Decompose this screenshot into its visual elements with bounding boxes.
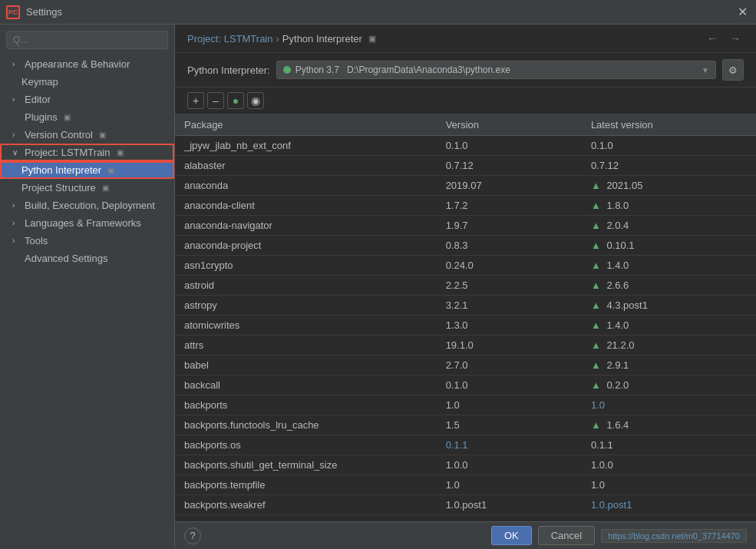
table-row: attrs19.1.0▲ 21.2.0 <box>175 336 756 356</box>
sidebar-item-tools[interactable]: › Tools <box>0 232 174 250</box>
breadcrumb-path: Project: LSTMTrain › Python Interpreter … <box>187 33 376 45</box>
cell-version: 19.1.0 <box>437 336 582 356</box>
table-row: anaconda-client1.7.2▲ 1.8.0 <box>175 196 756 216</box>
cell-package: anaconda-project <box>175 236 437 256</box>
gear-button[interactable]: ⚙ <box>722 59 744 81</box>
remove-package-button[interactable]: – <box>207 92 224 109</box>
packages-table: Package Version Latest version _jpyw_jla… <box>175 114 756 521</box>
cell-latest: 1.0 <box>582 475 756 495</box>
sidebar-item-plugins[interactable]: › Plugins ▣ <box>0 108 174 126</box>
sidebar-item-advanced[interactable]: › Advanced Settings <box>0 250 174 267</box>
close-button[interactable]: ✕ <box>735 5 750 20</box>
search-input[interactable] <box>6 31 168 49</box>
cell-package: astropy <box>175 296 437 316</box>
cell-package: astroid <box>175 276 437 296</box>
cell-version: 0.1.0 <box>437 136 582 156</box>
status-dot <box>283 66 291 74</box>
cell-package: _jpyw_jlab_nb_ext_conf <box>175 136 437 156</box>
plugin-icon: ▣ <box>64 113 71 121</box>
cell-package: anaconda-client <box>175 196 437 216</box>
ok-button[interactable]: OK <box>491 526 532 545</box>
arrow-icon: › <box>12 95 21 104</box>
cancel-button[interactable]: Cancel <box>538 526 595 545</box>
table-row: astropy3.2.1▲ 4.3.post1 <box>175 296 756 316</box>
cell-latest: ▲ 1.6.4 <box>582 415 756 435</box>
cell-version: 0.1.0 <box>437 375 582 395</box>
table-row: backports.weakref1.0.post11.0.post1 <box>175 495 756 515</box>
sidebar-item-build[interactable]: › Build, Execution, Deployment <box>0 197 174 214</box>
breadcrumb-current: Python Interpreter <box>282 33 362 45</box>
structure-icon: ▣ <box>102 184 109 192</box>
cell-version: 1.9.7 <box>437 216 582 236</box>
packages-table-container: Package Version Latest version _jpyw_jla… <box>175 114 756 521</box>
interpreter-label: Python Interpreter: <box>187 64 270 76</box>
toolbar: + – ● ◉ <box>175 88 756 114</box>
cell-version: 0.7.12 <box>437 156 582 176</box>
sidebar-item-vcs[interactable]: › Version Control ▣ <box>0 126 174 144</box>
sidebar-item-project-structure[interactable]: Project Structure ▣ <box>0 179 174 197</box>
cell-package: backports <box>175 395 437 415</box>
cell-package: babel <box>175 356 437 375</box>
sidebar-item-appearance[interactable]: › Appearance & Behavior <box>0 55 174 73</box>
cell-package: alabaster <box>175 156 437 176</box>
sidebar-item-keymap[interactable]: Keymap <box>0 73 174 91</box>
cell-version: 1.5 <box>437 415 582 435</box>
interpreter-path: D:\ProgramData\Anaconda3\python.exe <box>347 64 697 75</box>
breadcrumb-project[interactable]: Project: LSTMTrain <box>187 33 273 45</box>
eye-button[interactable]: ◉ <box>247 92 264 109</box>
bottom-bar: ? OK Cancel https://blog.csdn.net/m0_377… <box>175 521 756 549</box>
cell-latest: ▲ 21.2.0 <box>582 336 756 356</box>
cell-package: backports.weakref <box>175 495 437 515</box>
nav-forward-button[interactable]: → <box>727 31 744 46</box>
bottom-left: ? <box>184 528 201 544</box>
cell-version: 1.7.2 <box>437 196 582 216</box>
cell-package: beautifulsoup4 <box>175 515 437 522</box>
title-bar-left: PC Settings <box>6 5 62 19</box>
dropdown-arrow-icon: ▼ <box>702 66 709 74</box>
gear-icon: ⚙ <box>728 64 738 76</box>
cell-package: anaconda-navigator <box>175 216 437 236</box>
arrow-icon: › <box>12 60 21 68</box>
table-row: atomicwrites1.3.0▲ 1.4.0 <box>175 316 756 336</box>
arrow-icon: ∨ <box>12 148 21 157</box>
sidebar-item-languages[interactable]: › Languages & Frameworks <box>0 214 174 232</box>
cell-latest: ▲ 4.3.post1 <box>582 296 756 316</box>
table-row: anaconda-navigator1.9.7▲ 2.0.4 <box>175 216 756 236</box>
bottom-right: OK Cancel https://blog.csdn.net/m0_37714… <box>491 526 747 545</box>
cell-latest: ▲ 4.9.3 <box>582 515 756 522</box>
cell-version: 1.0.0 <box>437 455 582 475</box>
cell-version: 4.7.1 <box>437 515 582 522</box>
interpreter-row: Python Interpreter: Python 3.7 D:\Progra… <box>175 53 756 88</box>
interpreter-select[interactable]: Python 3.7 D:\ProgramData\Anaconda3\pyth… <box>276 61 716 79</box>
sidebar-item-project[interactable]: ∨ Project: LSTMTrain ▣ <box>0 144 174 161</box>
cell-version: 1.3.0 <box>437 316 582 336</box>
table-row: babel2.7.0▲ 2.9.1 <box>175 356 756 375</box>
sidebar: › Appearance & Behavior Keymap › Editor … <box>0 25 175 549</box>
breadcrumb-icon: ▣ <box>368 34 376 44</box>
table-row: backports.functools_lru_cache1.5▲ 1.6.4 <box>175 415 756 435</box>
cell-latest: ▲ 2.9.1 <box>582 356 756 375</box>
cell-latest: ▲ 2.6.6 <box>582 276 756 296</box>
cell-latest: ▲ 0.2.0 <box>582 375 756 395</box>
title-bar-title: Settings <box>26 6 62 18</box>
breadcrumb: Project: LSTMTrain › Python Interpreter … <box>175 25 756 53</box>
cell-version: 3.2.1 <box>437 296 582 316</box>
arrow-icon: › <box>12 219 21 227</box>
table-row: backcall0.1.0▲ 0.2.0 <box>175 375 756 395</box>
table-row: backports1.01.0 <box>175 395 756 415</box>
add-package-button[interactable]: + <box>187 92 204 109</box>
nav-back-button[interactable]: ← <box>704 31 721 46</box>
sidebar-item-python-interpreter[interactable]: Python Interpreter ▣ <box>0 161 174 179</box>
cell-version: 0.1.1 <box>437 435 582 455</box>
interpreter-icon: ▣ <box>107 166 114 174</box>
cell-package: anaconda <box>175 176 437 196</box>
table-row: alabaster0.7.120.7.12 <box>175 156 756 176</box>
cell-version: 0.24.0 <box>437 256 582 276</box>
table-header-row: Package Version Latest version <box>175 114 756 136</box>
cell-latest: ▲ 1.4.0 <box>582 256 756 276</box>
arrow-icon: › <box>12 236 21 245</box>
content-area: Project: LSTMTrain › Python Interpreter … <box>175 25 756 549</box>
sidebar-item-editor[interactable]: › Editor <box>0 91 174 108</box>
help-button[interactable]: ? <box>184 528 201 544</box>
apply-button[interactable]: ● <box>227 92 244 109</box>
